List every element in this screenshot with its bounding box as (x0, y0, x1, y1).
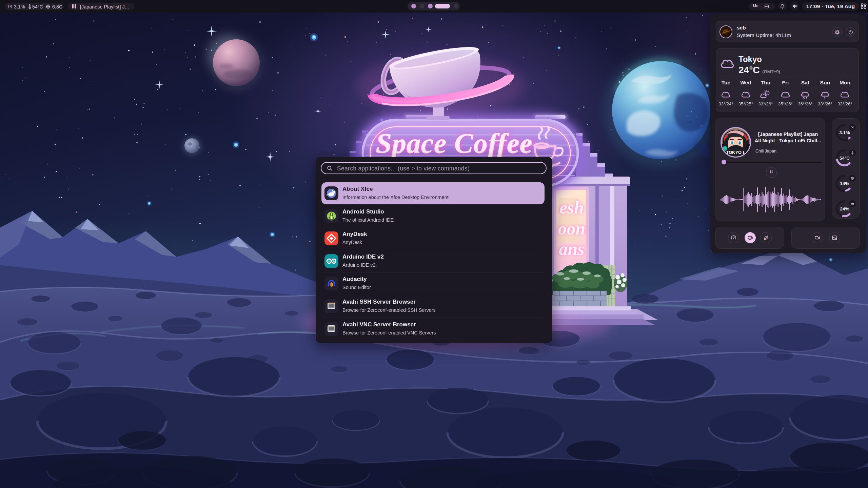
svg-text:3.1%: 3.1% (840, 130, 850, 135)
svg-text:ans: ans (559, 239, 584, 259)
svg-text:24%: 24% (840, 206, 849, 211)
svg-text:esh: esh (559, 198, 584, 217)
svg-text:oon: oon (558, 219, 586, 238)
svg-text:14%: 14% (840, 181, 849, 186)
svg-text:Space Coffee: Space Coffee (376, 127, 532, 159)
svg-text:54°C: 54°C (840, 156, 850, 161)
